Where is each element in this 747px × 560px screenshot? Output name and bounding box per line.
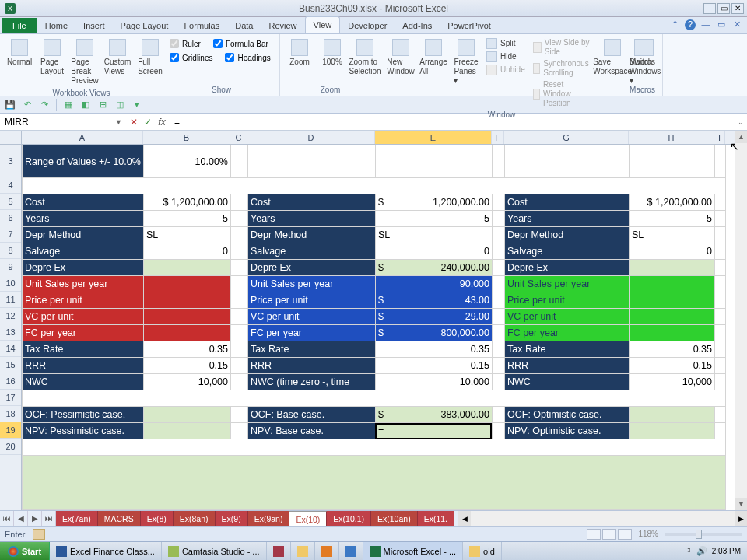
- tab-page-layout[interactable]: Page Layout: [113, 18, 177, 33]
- vertical-scrollbar[interactable]: ▲ ▼: [735, 131, 747, 510]
- col-header-B[interactable]: B: [143, 131, 230, 144]
- col-header-F[interactable]: F: [492, 131, 504, 144]
- cell-E12[interactable]: $29.00: [376, 309, 493, 325]
- taskbar-button-1[interactable]: Excel Finance Class...: [50, 542, 162, 560]
- sheet-nav-prev-icon[interactable]: ◀: [14, 511, 28, 526]
- zoom-to-selection-button[interactable]: Zoom to Selection: [350, 37, 380, 78]
- cell-D15[interactable]: RRR: [248, 358, 376, 374]
- cell-A8[interactable]: Salvage: [23, 243, 144, 260]
- cell-row17[interactable]: [23, 390, 726, 407]
- col-header-G[interactable]: G: [504, 131, 629, 144]
- taskbar-button-firefox[interactable]: [315, 542, 339, 560]
- cell-D8[interactable]: Salvage: [248, 243, 376, 260]
- cell-A11[interactable]: Price per unit: [23, 292, 144, 309]
- cell-B9[interactable]: [144, 260, 231, 276]
- cell-E15[interactable]: 0.15: [376, 358, 493, 374]
- cell-H16[interactable]: 10,000: [630, 374, 715, 390]
- cell-G14[interactable]: Tax Rate: [505, 341, 630, 358]
- sheet-tab-4[interactable]: Ex(8an): [174, 511, 216, 526]
- cell-D12[interactable]: VC per unit: [248, 309, 376, 325]
- cell-E14[interactable]: 0.35: [376, 341, 493, 358]
- zoom-slider[interactable]: [665, 533, 742, 536]
- cell-E13[interactable]: $800,000.00: [376, 325, 493, 341]
- cell-D16[interactable]: NWC (time zero -, time: [248, 374, 376, 390]
- minimize-ribbon-icon[interactable]: ⌃: [669, 19, 680, 30]
- sheet-table[interactable]: Range of Values +/- 10.0% 10.00% Cost $ …: [22, 145, 726, 510]
- tab-powerpivot[interactable]: PowerPivot: [440, 18, 499, 33]
- split-button[interactable]: Split: [484, 37, 528, 50]
- row-header-7[interactable]: 7: [0, 226, 21, 243]
- custom-views-button[interactable]: Custom Views: [103, 37, 132, 78]
- cell-A3[interactable]: Range of Values +/- 10.0%: [23, 145, 144, 178]
- cell-E19[interactable]: =: [376, 423, 493, 439]
- cell-D10[interactable]: Unit Sales per year: [248, 276, 376, 292]
- qat-icon-3[interactable]: ⊞: [96, 98, 110, 112]
- sheet-tab-7[interactable]: Ex(10): [289, 511, 327, 526]
- cell-B13[interactable]: [144, 325, 231, 341]
- arrange-all-button[interactable]: Arrange All: [419, 37, 448, 78]
- page-break-preview-button[interactable]: Page Break Preview: [70, 37, 100, 87]
- col-header-D[interactable]: D: [247, 131, 375, 144]
- tab-addins[interactable]: Add-Ins: [395, 18, 440, 33]
- cell-H12[interactable]: [630, 309, 715, 325]
- cell-H9[interactable]: [630, 260, 715, 276]
- tab-home[interactable]: Home: [37, 18, 75, 33]
- cell-B15[interactable]: 0.15: [144, 358, 231, 374]
- row-header-13[interactable]: 13: [0, 324, 21, 341]
- cell-G13[interactable]: FC per year: [505, 325, 630, 341]
- cell-B5[interactable]: $ 1,200,000.00: [144, 194, 231, 211]
- cell-E5[interactable]: $1,200,000.00: [376, 194, 493, 211]
- doc-restore-icon[interactable]: ▭: [716, 19, 727, 30]
- cell-D7[interactable]: Depr Method: [248, 227, 376, 243]
- cell-lightgreen-block[interactable]: [23, 456, 726, 510]
- cell-A12[interactable]: VC per unit: [23, 309, 144, 325]
- col-header-I[interactable]: I: [714, 131, 725, 144]
- col-header-A[interactable]: A: [22, 131, 143, 144]
- row-header-9[interactable]: 9: [0, 259, 21, 275]
- cell-B16[interactable]: 10,000: [144, 374, 231, 390]
- cell-G10[interactable]: Unit Sales per year: [505, 276, 630, 292]
- sheet-tab-8[interactable]: Ex(10.1): [327, 511, 371, 526]
- select-all-corner[interactable]: [0, 131, 22, 144]
- cell-A9[interactable]: Depre Ex: [23, 260, 144, 276]
- cell-G19[interactable]: NPV: Optimistic case.: [505, 423, 630, 439]
- cell-B18[interactable]: [144, 407, 231, 423]
- taskbar-button-access[interactable]: [267, 542, 291, 560]
- close-button[interactable]: ✕: [731, 3, 744, 14]
- cell-A6[interactable]: Years: [23, 211, 144, 227]
- worksheet-grid[interactable]: A B C D E F G H I 3 4 5 6 7 8 9 10 11 12…: [0, 131, 747, 510]
- zoom-button[interactable]: Zoom: [285, 37, 314, 68]
- reset-window-position-button[interactable]: Reset Window Position: [531, 79, 594, 109]
- ruler-checkbox[interactable]: Ruler: [168, 37, 202, 50]
- tab-developer[interactable]: Developer: [340, 18, 395, 33]
- scroll-up-icon[interactable]: ▲: [735, 131, 747, 143]
- full-screen-button[interactable]: Full Screen: [135, 37, 165, 78]
- cell-D19[interactable]: NPV: Base case.: [248, 423, 376, 439]
- cell-B10[interactable]: [144, 276, 231, 292]
- start-button[interactable]: Start: [0, 542, 50, 560]
- sheet-nav-next-icon[interactable]: ▶: [28, 511, 42, 526]
- cell-H15[interactable]: 0.15: [630, 358, 715, 374]
- cell-D18[interactable]: OCF: Base case.: [248, 407, 376, 423]
- tab-data[interactable]: Data: [227, 18, 261, 33]
- cell-D14[interactable]: Tax Rate: [248, 341, 376, 358]
- tray-icon-1[interactable]: ⚐: [684, 546, 692, 556]
- row-header-4[interactable]: 4: [0, 177, 21, 194]
- cell-G5[interactable]: Cost: [505, 194, 630, 211]
- view-page-layout-icon[interactable]: [602, 529, 616, 540]
- macros-button[interactable]: Macros: [627, 37, 658, 68]
- cell-row20[interactable]: [23, 439, 726, 456]
- cell-G8[interactable]: Salvage: [505, 243, 630, 260]
- cell-E8[interactable]: 0: [376, 243, 493, 260]
- cell-B11[interactable]: [144, 292, 231, 309]
- cell-H8[interactable]: 0: [630, 243, 715, 260]
- system-tray[interactable]: ⚐ 🔊 2:03 PM: [678, 546, 747, 556]
- qat-icon-1[interactable]: ▦: [61, 98, 75, 112]
- normal-view-button[interactable]: Normal: [5, 37, 34, 68]
- clock[interactable]: 2:03 PM: [712, 547, 741, 555]
- cell-D9[interactable]: Depre Ex: [248, 260, 376, 276]
- cell-A16[interactable]: NWC: [23, 374, 144, 390]
- macro-record-icon[interactable]: [33, 529, 45, 540]
- cell-G6[interactable]: Years: [505, 211, 630, 227]
- cell-G9[interactable]: Depre Ex: [505, 260, 630, 276]
